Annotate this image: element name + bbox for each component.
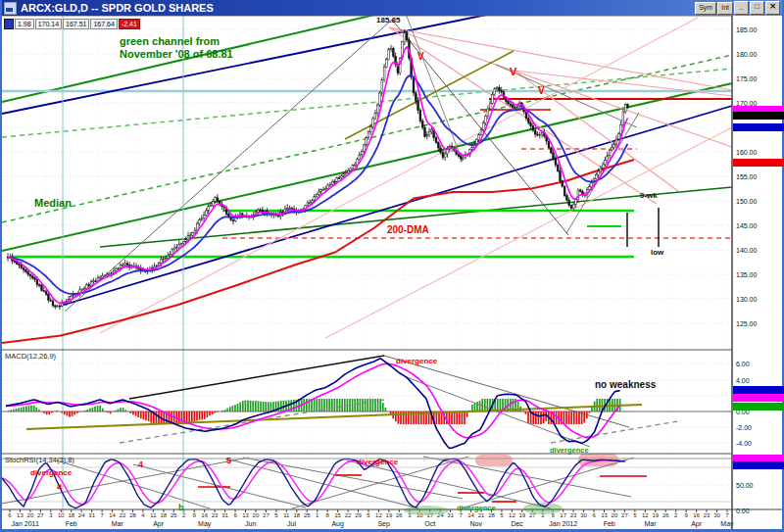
- svg-text:19: 19: [386, 512, 393, 518]
- svg-text:5: 5: [500, 512, 504, 518]
- svg-text:7: 7: [459, 512, 463, 518]
- svg-text:27: 27: [37, 512, 44, 518]
- svg-text:29: 29: [355, 512, 362, 518]
- svg-text:10: 10: [58, 512, 65, 518]
- svg-text:Dec: Dec: [511, 520, 523, 527]
- svg-text:23: 23: [212, 512, 219, 518]
- close-button[interactable]: ✕: [765, 1, 780, 15]
- svg-text:23: 23: [704, 512, 710, 518]
- svg-text:7: 7: [100, 512, 104, 518]
- svg-text:-4.00: -4.00: [736, 440, 752, 447]
- svg-text:Jun: Jun: [245, 520, 256, 527]
- svg-text:Sep: Sep: [377, 520, 390, 528]
- stoch-d-line: [2, 460, 625, 505]
- svg-text:-2.00: -2.00: [736, 424, 752, 431]
- axis-value-box: [733, 112, 784, 120]
- svg-text:140.00: 140.00: [736, 247, 758, 254]
- svg-text:11: 11: [283, 512, 290, 518]
- svg-text:17: 17: [560, 512, 566, 518]
- svg-text:Aug: Aug: [331, 520, 344, 528]
- svg-text:Jan 2011: Jan 2011: [12, 520, 39, 527]
- candlestick-series: [7, 29, 628, 310]
- axis-value-box: [733, 461, 784, 469]
- svg-text:5: 5: [367, 512, 370, 518]
- svg-text:20: 20: [253, 512, 260, 518]
- svg-text:4: 4: [141, 512, 145, 518]
- svg-text:16: 16: [201, 512, 208, 518]
- svg-text:12: 12: [509, 512, 515, 518]
- svg-text:26: 26: [662, 512, 669, 518]
- svg-text:May: May: [198, 520, 212, 528]
- svg-text:13: 13: [17, 512, 24, 518]
- svg-text:2: 2: [674, 512, 678, 518]
- svg-text:22: 22: [120, 512, 126, 518]
- svg-text:28: 28: [129, 512, 136, 518]
- sym-button[interactable]: Sym: [695, 2, 716, 15]
- svg-text:divergence: divergence: [30, 468, 73, 477]
- date-axis: 6132027Jan 2011310182431Feb7142228Mar411…: [8, 509, 734, 528]
- svg-text:4: 4: [138, 459, 143, 469]
- svg-text:MACD(12,26,9): MACD(12,26,9): [5, 352, 57, 361]
- app-window: 6132027Jan 2011310182431Feb7142228Mar411…: [0, 0, 784, 532]
- axis-value-box: [733, 123, 784, 131]
- svg-text:5: 5: [633, 512, 637, 518]
- svg-text:27: 27: [621, 512, 628, 518]
- svg-text:24: 24: [78, 512, 85, 518]
- svg-text:20: 20: [612, 512, 618, 518]
- svg-text:6.00: 6.00: [736, 361, 750, 367]
- svg-text:13: 13: [601, 512, 608, 518]
- quote-value-bar: 1.98 170.14 167.51 167.64 -2.41: [4, 19, 140, 28]
- svg-text:7: 7: [725, 512, 729, 518]
- quote-value: 167.64: [90, 19, 117, 29]
- svg-text:1: 1: [316, 512, 319, 518]
- chart-svg[interactable]: 6132027Jan 2011310182431Feb7142228Mar411…: [2, 0, 784, 532]
- svg-text:50.00: 50.00: [736, 482, 754, 489]
- svg-text:12: 12: [375, 512, 382, 518]
- svg-text:divergence: divergence: [357, 458, 399, 466]
- svg-text:Nov: Nov: [470, 520, 483, 527]
- svg-text:divergence: divergence: [396, 357, 438, 365]
- svg-text:15: 15: [334, 512, 341, 518]
- svg-text:low: low: [651, 248, 664, 257]
- grid-lines: [2, 16, 732, 509]
- svg-text:20: 20: [27, 512, 34, 518]
- svg-text:Mar: Mar: [645, 520, 658, 527]
- svg-text:November '08 of 68.81: November '08 of 68.81: [120, 48, 233, 60]
- svg-text:30: 30: [580, 512, 587, 518]
- svg-text:b: b: [178, 503, 184, 512]
- app-icon: [4, 2, 17, 15]
- quote-value: 170.14: [35, 19, 62, 29]
- svg-text:22: 22: [345, 512, 352, 518]
- svg-text:27: 27: [263, 512, 270, 518]
- svg-text:0.00: 0.00: [736, 508, 750, 514]
- svg-text:185.00: 185.00: [736, 26, 758, 33]
- price-trendlines: [2, 0, 732, 513]
- svg-text:green channel from: green channel from: [120, 35, 220, 47]
- axis-value-box: [733, 106, 784, 112]
- svg-text:5: 5: [226, 456, 231, 465]
- maximize-button[interactable]: □: [750, 1, 764, 15]
- svg-text:Apr: Apr: [153, 520, 165, 528]
- svg-text:150.00: 150.00: [736, 198, 758, 205]
- svg-text:130.00: 130.00: [736, 296, 758, 303]
- svg-text:19: 19: [652, 512, 659, 518]
- svg-text:31: 31: [447, 512, 454, 518]
- axis-value-box: [733, 455, 784, 461]
- svg-text:16: 16: [693, 512, 700, 518]
- svg-text:V: V: [417, 51, 424, 62]
- svg-text:125.00: 125.00: [736, 320, 758, 327]
- int-button[interactable]: Int: [717, 2, 733, 15]
- macd-annotations: MACD(12,26,9)divergenceno weaknessdiverg…: [5, 352, 657, 455]
- svg-text:9-wk: 9-wk: [640, 191, 658, 200]
- svg-text:31: 31: [88, 512, 95, 518]
- svg-text:18: 18: [68, 512, 74, 518]
- svg-text:12: 12: [642, 512, 649, 518]
- svg-text:9: 9: [193, 512, 197, 518]
- svg-text:divergence: divergence: [550, 446, 589, 455]
- svg-text:180.00: 180.00: [736, 51, 758, 58]
- svg-text:9: 9: [684, 512, 688, 518]
- svg-text:18: 18: [293, 512, 300, 518]
- quote-change: -2.41: [119, 19, 140, 29]
- minimize-button[interactable]: _: [734, 1, 749, 15]
- svg-text:25: 25: [171, 512, 177, 518]
